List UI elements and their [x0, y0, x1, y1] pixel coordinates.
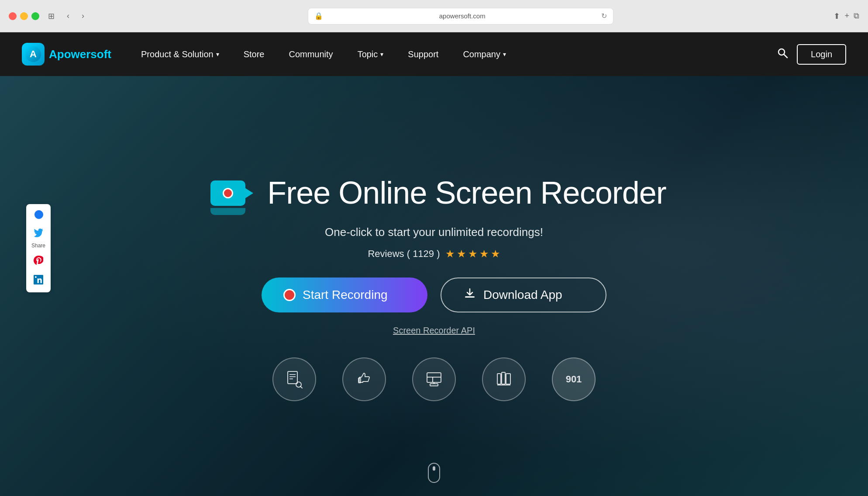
back-button[interactable]: ‹	[63, 10, 73, 22]
maximize-button[interactable]	[31, 12, 39, 20]
social-twitter[interactable]: Share	[31, 229, 45, 249]
social-linkedin[interactable]	[31, 275, 45, 287]
twitter-icon	[34, 229, 43, 241]
feature-icon-chat-count[interactable]: 901	[552, 357, 596, 401]
recorder-icon	[202, 171, 254, 215]
star-rating: ★ ★ ★ ★ ★	[445, 248, 500, 260]
refresh-icon[interactable]: ↻	[601, 12, 607, 20]
hero-content: Free Online Screen Recorder One-click to…	[150, 171, 718, 401]
traffic-lights	[9, 12, 39, 20]
share-button[interactable]: ⬆	[834, 11, 840, 21]
hero-section: Share	[0, 76, 868, 496]
browser-chrome: ⊞ ‹ › 🔒 apowersoft.com ↻ ⬆ + ⧉	[0, 0, 868, 32]
url-text: apowersoft.com	[327, 12, 598, 20]
svg-line-3	[784, 55, 787, 58]
svg-point-2	[778, 49, 785, 55]
hero-title: Free Online Screen Recorder	[267, 176, 666, 210]
new-tab-button[interactable]: +	[844, 11, 849, 21]
hero-subtitle: One-click to start your unlimited record…	[325, 225, 543, 239]
camera-lens	[244, 187, 253, 199]
svg-line-10	[300, 386, 302, 388]
reviews-row: Reviews ( 1129 ) ★ ★ ★ ★ ★	[368, 248, 500, 260]
browser-actions: ⬆ + ⧉	[834, 11, 859, 21]
hero-buttons: Start Recording Download App	[262, 277, 606, 312]
social-sidebar: Share	[26, 204, 51, 292]
nav-item-support[interactable]: Support	[396, 32, 451, 76]
logo-icon: A	[22, 43, 45, 66]
star-4: ★	[479, 248, 489, 260]
login-button[interactable]: Login	[797, 44, 846, 65]
feature-icons: 901	[272, 357, 596, 401]
scroll-dot	[433, 466, 435, 471]
website: A Apowersoft Product & Solution ▾	[0, 32, 868, 496]
hero-title-row: Free Online Screen Recorder	[202, 171, 666, 215]
chevron-down-icon: ▾	[380, 51, 383, 58]
pinterest-icon	[34, 256, 43, 268]
nav-item-company[interactable]: Company ▾	[451, 32, 518, 76]
nav-item-topic[interactable]: Topic ▾	[345, 32, 396, 76]
tab-grid-button[interactable]: ⊞	[45, 10, 58, 23]
close-button[interactable]	[9, 12, 17, 20]
star-3: ★	[468, 248, 478, 260]
feature-icon-thumbsup[interactable]	[342, 357, 386, 401]
feature-icon-search[interactable]	[272, 357, 316, 401]
share-label: Share	[31, 243, 45, 249]
sidebar-button[interactable]: ⧉	[854, 11, 859, 21]
logo[interactable]: A Apowersoft	[22, 43, 111, 66]
security-icon: 🔒	[314, 12, 323, 20]
reviews-text: Reviews ( 1129 )	[368, 248, 440, 260]
feature-icon-layout[interactable]	[412, 357, 456, 401]
svg-rect-19	[506, 374, 510, 384]
nav-item-community[interactable]: Community	[276, 32, 345, 76]
forward-button[interactable]: ›	[78, 10, 88, 22]
linkedin-icon	[34, 275, 43, 287]
nav-item-product[interactable]: Product & Solution ▾	[129, 32, 231, 76]
facebook-icon	[34, 209, 43, 222]
download-icon	[463, 287, 476, 303]
social-pinterest[interactable]	[31, 256, 45, 268]
star-2: ★	[457, 248, 466, 260]
api-link[interactable]: Screen Recorder API	[393, 326, 475, 336]
nav-right: Login	[777, 44, 846, 65]
chevron-down-icon: ▾	[216, 51, 219, 58]
download-app-button[interactable]: Download App	[441, 277, 606, 312]
record-button-dot	[283, 289, 296, 301]
start-recording-button[interactable]: Start Recording	[262, 277, 427, 312]
chevron-down-icon: ▾	[503, 51, 506, 58]
search-icon	[777, 47, 788, 59]
logo-text: Apowersoft	[49, 48, 111, 61]
svg-rect-15	[430, 384, 438, 386]
navbar: A Apowersoft Product & Solution ▾	[0, 32, 868, 76]
scroll-indicator	[428, 463, 440, 483]
nav-items: Product & Solution ▾ Store Community Top…	[129, 32, 777, 76]
record-dot	[223, 188, 233, 198]
star-1: ★	[445, 248, 455, 260]
svg-rect-4	[465, 296, 475, 298]
minimize-button[interactable]	[20, 12, 28, 20]
chat-count-text: 901	[566, 374, 582, 385]
search-button[interactable]	[777, 47, 788, 61]
svg-text:A: A	[30, 49, 37, 59]
nav-item-store[interactable]: Store	[231, 32, 277, 76]
svg-rect-17	[497, 374, 501, 384]
star-5: ★	[491, 248, 500, 260]
feature-icon-books[interactable]	[482, 357, 526, 401]
svg-rect-5	[288, 371, 297, 384]
address-bar[interactable]: 🔒 apowersoft.com ↻	[308, 8, 613, 24]
social-facebook[interactable]	[31, 209, 45, 222]
svg-rect-18	[502, 372, 505, 384]
